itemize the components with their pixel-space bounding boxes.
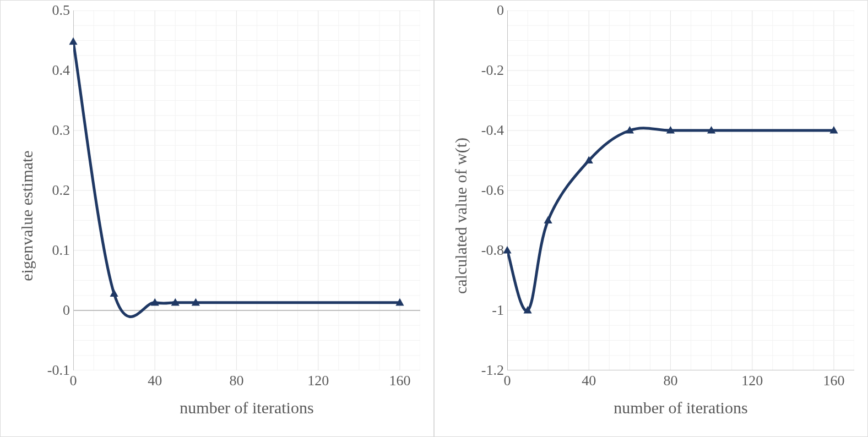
plot-area [507,10,854,370]
x-tick: 0 [70,373,77,389]
y-axis-label: eigenvalue estimate [18,150,36,281]
data-marker-triangle-icon [523,306,531,314]
chart-markers [73,10,420,370]
data-marker-triangle-icon [110,289,118,297]
figure: eigenvalue estimate-0.100.10.20.30.40.50… [0,0,868,437]
data-marker-triangle-icon [544,216,552,224]
y-tick: -0.8 [481,242,504,259]
y-tick: 0.1 [52,242,70,259]
x-tick-labels: 04080120160 [73,370,420,395]
x-axis-label: number of iterations [614,398,747,417]
y-tick: -1.2 [481,362,504,379]
x-tick: 160 [389,373,410,389]
x-tick: 40 [582,373,596,389]
chart-panel-right: calculated value of w(t)-1.2-1-0.8-0.6-0… [434,0,868,437]
x-tick: 160 [823,373,844,389]
x-tick: 120 [307,373,329,389]
y-tick: 0 [63,302,70,319]
x-tick: 120 [741,373,763,389]
y-tick: 0.5 [52,2,70,19]
data-marker-triangle-icon [707,126,715,134]
x-tick-labels: 04080120160 [507,370,854,395]
y-tick: -0.6 [481,182,504,199]
y-tick: -0.4 [481,122,504,139]
data-marker-triangle-icon [666,126,675,134]
data-marker-triangle-icon [829,126,838,134]
plot-area [73,10,420,370]
x-axis-label: number of iterations [180,398,313,417]
x-tick: 80 [663,373,677,389]
data-marker-triangle-icon [192,298,200,306]
data-marker-triangle-icon [171,298,180,306]
chart-panel-left: eigenvalue estimate-0.100.10.20.30.40.50… [0,0,434,437]
y-tick-labels: -0.100.10.20.30.40.5 [40,10,73,421]
x-tick: 80 [229,373,243,389]
y-tick: 0.4 [52,62,70,79]
y-tick: 0 [497,2,504,19]
y-tick: -0.2 [481,62,504,79]
data-marker-triangle-icon [395,298,404,306]
y-axis-label: calculated value of w(t) [452,138,470,294]
y-tick: -0.1 [47,362,70,379]
x-tick: 40 [148,373,162,389]
data-marker-triangle-icon [585,156,593,164]
y-tick-labels: -1.2-1-0.8-0.6-0.4-0.20 [474,10,507,421]
x-tick: 0 [504,373,511,389]
data-marker-triangle-icon [626,126,634,134]
y-tick: 0.2 [52,182,70,199]
y-tick: 0.3 [52,122,70,139]
chart-markers [507,10,854,370]
data-marker-triangle-icon [151,298,159,306]
y-tick: -1 [492,302,504,319]
